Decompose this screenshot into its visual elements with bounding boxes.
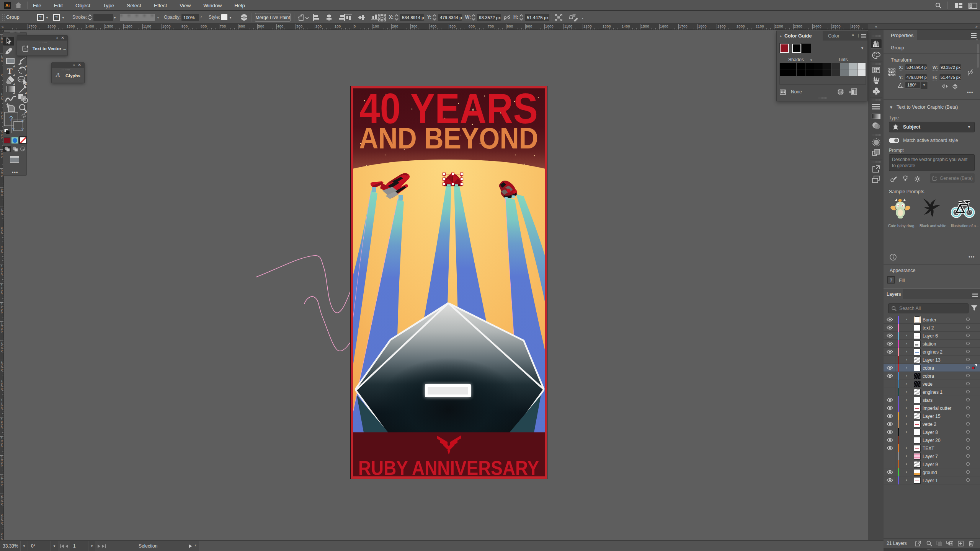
svg-text:RUBY ANNIVERSARY: RUBY ANNIVERSARY (358, 457, 539, 479)
svg-text:AND BEYOND: AND BEYOND (359, 121, 538, 155)
